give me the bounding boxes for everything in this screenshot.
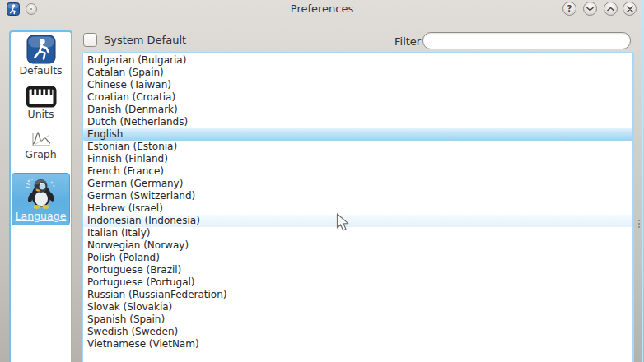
- list-item[interactable]: Swedish (Sweden): [83, 326, 632, 338]
- graph-icon: [30, 130, 52, 148]
- list-item[interactable]: Slovak (Slovakia): [83, 301, 632, 313]
- list-item[interactable]: Spanish (Spain): [83, 313, 632, 326]
- sidebar-item-defaults[interactable]: Defaults: [11, 35, 71, 77]
- list-item[interactable]: French (France): [83, 165, 632, 178]
- system-default-option[interactable]: System Default: [83, 33, 186, 47]
- titlebar[interactable]: Preferences ?: [0, 0, 644, 18]
- system-default-checkbox[interactable]: [83, 33, 97, 47]
- chevron-up-icon: [607, 7, 614, 12]
- list-item[interactable]: Portuguese (Portugal): [83, 276, 632, 289]
- list-item[interactable]: Bulgarian (Bulgaria): [83, 54, 632, 67]
- shade-button[interactable]: [583, 2, 597, 16]
- sidebar-item-label: Language: [12, 211, 69, 222]
- list-item[interactable]: Catalan (Spain): [83, 67, 632, 79]
- filter-input[interactable]: [422, 32, 631, 49]
- window-title: Preferences: [0, 2, 644, 15]
- list-item[interactable]: Danish (Denmark): [83, 104, 632, 116]
- sidebar-item-units[interactable]: Units: [11, 86, 71, 120]
- language-list[interactable]: Bulgarian (Bulgaria)Catalan (Spain)Chine…: [82, 52, 634, 362]
- list-item[interactable]: Vietnamese (VietNam): [83, 338, 632, 350]
- list-item[interactable]: Italian (Italy): [83, 227, 632, 239]
- question-icon: ?: [567, 4, 572, 13]
- sidebar-category-list: Defaults Units Graph: [9, 30, 72, 362]
- list-item[interactable]: Dutch (Netherlands): [83, 116, 632, 128]
- sidebar-item-label: Graph: [11, 149, 71, 160]
- list-item[interactable]: Chinese (Taiwan): [83, 79, 632, 91]
- filter-label: Filter: [394, 35, 421, 48]
- sidebar-item-label: Units: [11, 109, 71, 120]
- sidebar-item-graph[interactable]: Graph: [11, 130, 71, 160]
- list-item[interactable]: German (Switzerland): [83, 190, 632, 202]
- list-item[interactable]: Indonesian (Indonesia): [83, 215, 632, 227]
- ruler-icon: [26, 86, 57, 108]
- unshade-button[interactable]: [604, 2, 618, 16]
- list-item[interactable]: English: [83, 128, 632, 141]
- list-item[interactable]: Croatian (Croatia): [83, 91, 632, 104]
- list-item[interactable]: Estonian (Estonia): [83, 141, 632, 153]
- list-item[interactable]: Russian (RussianFederation): [83, 289, 632, 301]
- list-item[interactable]: German (Germany): [83, 178, 632, 190]
- sidebar-item-language[interactable]: Language: [12, 173, 70, 225]
- system-default-label: System Default: [104, 34, 186, 46]
- resize-grip-dots: [638, 220, 640, 230]
- help-button[interactable]: ?: [562, 2, 576, 16]
- close-button[interactable]: [623, 2, 637, 16]
- list-item[interactable]: Norwegian (Norway): [83, 239, 632, 252]
- sidebar-item-label: Defaults: [11, 65, 71, 77]
- penguin-icon: [23, 177, 59, 210]
- preferences-window: { "window": { "title": "Preferences", "c…: [0, 0, 644, 362]
- list-item[interactable]: Finnish (Finland): [83, 153, 632, 165]
- list-item[interactable]: Polish (Poland): [83, 252, 632, 264]
- chevron-down-icon: [586, 7, 594, 12]
- hiker-icon: [26, 35, 56, 64]
- list-item[interactable]: Portuguese (Brazil): [83, 264, 632, 276]
- close-icon: [627, 6, 633, 12]
- window-edge-highlight: [642, 0, 643, 362]
- list-item[interactable]: Hebrew (Israel): [83, 202, 632, 215]
